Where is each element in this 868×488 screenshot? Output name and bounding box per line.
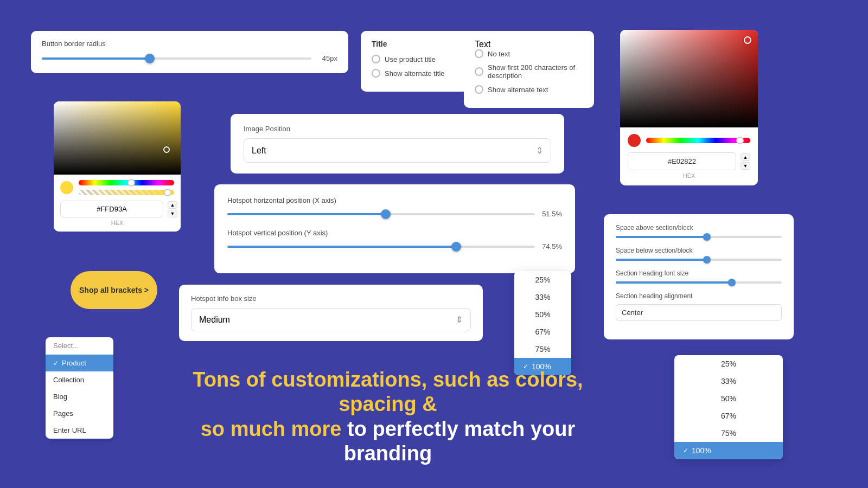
pct-75[interactable]: 75% xyxy=(514,341,571,358)
hex-arrow-up-yellow[interactable]: ▲ xyxy=(168,201,177,209)
hex-arrow-up-red[interactable]: ▲ xyxy=(741,153,750,161)
select-placeholder: Select... xyxy=(46,337,113,355)
image-position-select[interactable]: Left ⇕ xyxy=(244,138,551,163)
radio-first-200-label: Show first 200 characters of description xyxy=(488,63,583,80)
hex-arrow-down-yellow[interactable]: ▼ xyxy=(168,210,177,217)
space-below-row: Space below section/block xyxy=(616,247,782,261)
space-below-track[interactable] xyxy=(616,259,782,261)
space-above-label: Space above section/block xyxy=(616,224,782,232)
r-pct-100-selected[interactable]: ✓ 100% xyxy=(674,442,783,459)
bottom-text-yellow-1: Tons of customizations, such as colors, … xyxy=(193,368,583,416)
hotspot-size-card: Hotspot info box size Medium ⇕ xyxy=(179,285,483,341)
hotspot-size-arrows: ⇕ xyxy=(456,314,463,325)
color-cursor-red xyxy=(744,36,751,44)
dropdown-pct-left[interactable]: 25% 33% 50% 67% 75% ✓ 100% xyxy=(514,271,571,375)
color-gradient-yellow[interactable] xyxy=(54,101,181,175)
r-pct-67[interactable]: 67% xyxy=(674,407,783,425)
color-dot-yellow xyxy=(60,181,73,194)
radio-circle-1 xyxy=(372,55,380,63)
opacity-slider-yellow[interactable] xyxy=(79,190,174,195)
radio-first-200[interactable]: Show first 200 characters of description xyxy=(475,63,583,80)
color-controls-red: ▲ ▼ HEX xyxy=(620,127,758,185)
opacity-thumb-yellow[interactable] xyxy=(164,189,171,196)
hotspot-y-value: 74.5% xyxy=(541,242,562,251)
space-controls-card: Space above section/block Space below se… xyxy=(604,214,794,339)
r-pct-100-label: 100% xyxy=(692,446,711,455)
radio-label-2: Show alternate title xyxy=(385,69,445,78)
hotspot-x-label: Hotspot horizontal position (X axis) xyxy=(227,196,562,204)
hex-arrows-yellow: ▲ ▼ xyxy=(168,201,177,217)
hotspot-y-track[interactable] xyxy=(227,246,535,248)
bottom-text-container: Tons of customizations, such as colors, … xyxy=(157,368,618,466)
radio-circle-2 xyxy=(372,69,380,78)
radio-label-1: Use product title xyxy=(385,55,436,63)
space-below-thumb[interactable] xyxy=(703,256,711,264)
r-pct-33[interactable]: 33% xyxy=(674,373,783,390)
alignment-select[interactable]: Center xyxy=(616,304,782,321)
select-collection[interactable]: Collection xyxy=(46,371,113,388)
pct-67[interactable]: 67% xyxy=(514,323,571,341)
hotspot-x-track[interactable] xyxy=(227,213,535,215)
hue-thumb-yellow[interactable] xyxy=(127,179,135,187)
image-position-card: Image Position Left ⇕ xyxy=(231,114,564,174)
color-picker-red[interactable]: ▲ ▼ HEX xyxy=(620,30,758,185)
select-blog[interactable]: Blog xyxy=(46,388,113,405)
select-enter-url[interactable]: Enter URL xyxy=(46,422,113,439)
hue-row-red xyxy=(628,134,750,147)
border-radius-track[interactable] xyxy=(42,57,311,60)
space-above-thumb[interactable] xyxy=(703,233,711,241)
r-pct-25[interactable]: 25% xyxy=(674,355,783,373)
pct-50[interactable]: 50% xyxy=(514,306,571,323)
color-dot-red xyxy=(628,134,641,147)
hex-arrow-down-red[interactable]: ▼ xyxy=(741,162,750,170)
select-pages[interactable]: Pages xyxy=(46,405,113,422)
hex-row-yellow: ▲ ▼ xyxy=(60,201,174,217)
color-cursor-yellow xyxy=(163,146,170,153)
space-above-track[interactable] xyxy=(616,236,782,238)
color-gradient-red[interactable] xyxy=(620,30,758,127)
radio-no-text-circle xyxy=(475,49,483,58)
space-above-fill xyxy=(616,236,707,238)
bottom-text-line2: so much more to perfectly match your bra… xyxy=(157,417,618,466)
hotspot-x-thumb[interactable] xyxy=(381,209,391,219)
hex-input-red[interactable] xyxy=(628,152,736,170)
space-below-fill xyxy=(616,259,707,261)
r-pct-50[interactable]: 50% xyxy=(674,390,783,407)
color-picker-yellow[interactable]: ▲ ▼ HEX xyxy=(54,101,181,232)
select-dropdown[interactable]: Select... ✓ Product Collection Blog Page… xyxy=(46,337,113,439)
border-radius-thumb[interactable] xyxy=(145,54,155,63)
r-pct-75[interactable]: 75% xyxy=(674,425,783,442)
hex-row-red: ▲ ▼ xyxy=(628,152,750,170)
select-product[interactable]: ✓ Product xyxy=(46,355,113,371)
hue-row-yellow xyxy=(60,180,174,195)
image-position-label: Image Position xyxy=(244,125,551,133)
image-position-value: Left xyxy=(252,146,266,156)
dropdown-pct-right[interactable]: 25% 33% 50% 67% 75% ✓ 100% xyxy=(674,355,783,459)
hue-thumb-red[interactable] xyxy=(736,137,744,144)
pct-33[interactable]: 33% xyxy=(514,288,571,306)
radio-no-text-label: No text xyxy=(488,50,510,58)
radio-alternate-text[interactable]: Show alternate text xyxy=(475,85,583,94)
shop-all-brackets-label: Shop all brackets > xyxy=(73,286,155,294)
check-icon-r-pct: ✓ xyxy=(683,447,688,454)
pct-25[interactable]: 25% xyxy=(514,271,571,288)
bottom-text-line1: Tons of customizations, such as colors, … xyxy=(157,368,618,417)
hotspot-y-thumb[interactable] xyxy=(451,242,461,252)
hotspot-y-slider-row: 74.5% xyxy=(227,242,562,251)
hue-slider-red[interactable] xyxy=(646,138,750,143)
alignment-label: Section heading alignment xyxy=(616,292,782,300)
radio-no-text[interactable]: No text xyxy=(475,49,583,58)
border-radius-slider-row: 45px xyxy=(42,54,337,62)
font-size-track[interactable] xyxy=(616,281,782,284)
hue-slider-yellow[interactable] xyxy=(79,180,174,185)
hotspot-card: Hotspot horizontal position (X axis) 51.… xyxy=(214,184,575,273)
font-size-thumb[interactable] xyxy=(728,279,736,286)
shop-all-brackets-button[interactable]: Shop all brackets > xyxy=(71,271,157,309)
bottom-text-white-2: to perfectly match your branding xyxy=(344,418,576,465)
hex-input-yellow[interactable] xyxy=(60,201,163,217)
hotspot-x-value: 51.5% xyxy=(541,210,562,218)
hotspot-size-label: Hotspot info box size xyxy=(191,294,471,303)
hotspot-size-select[interactable]: Medium ⇕ xyxy=(191,308,471,331)
hotspot-x-slider-row: 51.5% xyxy=(227,210,562,218)
hotspot-y-label: Hotspot vertical position (Y axis) xyxy=(227,229,562,237)
